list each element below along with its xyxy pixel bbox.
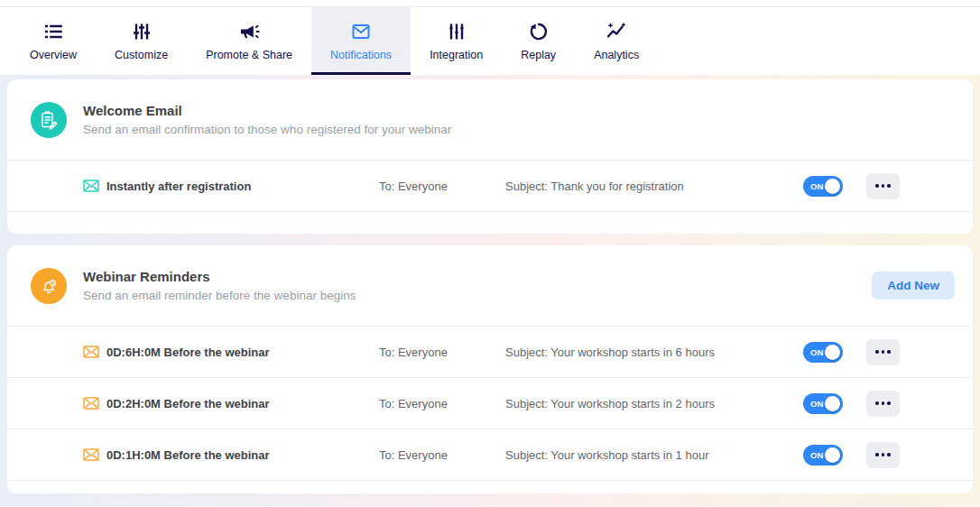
megaphone-icon: [238, 21, 260, 42]
tab-label: Promote & Share: [206, 49, 292, 61]
top-divider: [0, 0, 980, 7]
section-description: Send an email reminder before the webina…: [83, 289, 356, 302]
card-footer: [7, 480, 973, 493]
tab-analytics[interactable]: Analytics: [575, 7, 658, 75]
bell-clock-icon: [31, 268, 67, 304]
notification-row-welcome: Instantly after registration To: Everyon…: [7, 160, 973, 211]
section-title: Welcome Email: [83, 103, 451, 118]
tab-replay[interactable]: Replay: [502, 7, 575, 75]
webinar-reminders-heading: Webinar Reminders Send an email reminder…: [83, 269, 356, 302]
tab-overview[interactable]: Overview: [11, 7, 96, 75]
tune-icon: [446, 21, 467, 42]
toggle-knob: [825, 179, 840, 194]
row-menu-button[interactable]: [866, 391, 900, 417]
row-recipient: To: Everyone: [379, 346, 505, 359]
row-label: 0D:6H:0M Before the webinar: [106, 346, 379, 359]
welcome-email-header: Welcome Email Send an email confirmation…: [7, 79, 973, 160]
toggle-knob: [825, 447, 840, 463]
toggle-knob: [825, 345, 840, 360]
webinar-notifications-page: Overview Customize Promote & Share Notif…: [0, 0, 980, 507]
envelope-outline-icon: [83, 397, 106, 410]
row-menu-button[interactable]: [866, 442, 900, 468]
tab-label: Integration: [430, 49, 483, 61]
tab-promote-share[interactable]: Promote & Share: [187, 7, 311, 75]
toggle-switch[interactable]: ON: [803, 176, 843, 197]
analytics-icon: [606, 21, 627, 42]
welcome-email-section: Welcome Email Send an email confirmation…: [7, 79, 973, 234]
toggle-state-label: ON: [810, 399, 824, 409]
tab-label: Analytics: [594, 49, 639, 61]
tab-label: Overview: [30, 49, 77, 61]
section-title: Webinar Reminders: [83, 269, 356, 284]
envelope-outline-icon: [83, 346, 106, 358]
content-area: Welcome Email Send an email confirmation…: [0, 75, 980, 506]
webinar-reminders-header: Webinar Reminders Send an email reminder…: [7, 245, 973, 326]
row-recipient: To: Everyone: [379, 448, 505, 462]
toggle-state-label: ON: [810, 347, 824, 357]
toggle-switch[interactable]: ON: [803, 342, 843, 363]
tab-label: Replay: [521, 49, 556, 61]
tab-customize[interactable]: Customize: [96, 7, 187, 75]
row-label: 0D:1H:0M Before the webinar: [106, 448, 379, 462]
toggle-state-label: ON: [810, 181, 824, 191]
toggle-state-label: ON: [810, 450, 824, 460]
reminder-row-6h: 0D:6H:0M Before the webinar To: Everyone…: [7, 326, 973, 377]
row-menu-button[interactable]: [866, 173, 900, 199]
reminder-row-2h: 0D:2H:0M Before the webinar To: Everyone…: [7, 377, 973, 429]
sliders-icon: [131, 21, 153, 42]
tab-label: Notifications: [330, 49, 392, 61]
row-subject: Subject: Your workshop starts in 2 hours: [505, 397, 803, 410]
clipboard-pencil-icon: [31, 102, 67, 138]
toggle-switch[interactable]: ON: [803, 445, 843, 466]
envelope-outline-icon: [83, 180, 106, 192]
toggle-knob: [825, 396, 840, 411]
webinar-reminders-section: Webinar Reminders Send an email reminder…: [7, 245, 973, 493]
row-menu-button[interactable]: [866, 339, 900, 365]
welcome-email-heading: Welcome Email Send an email confirmation…: [83, 103, 451, 136]
tab-notifications[interactable]: Notifications: [311, 7, 411, 75]
add-new-button[interactable]: Add New: [872, 272, 955, 300]
tab-integration[interactable]: Integration: [411, 7, 502, 75]
tab-label: Customize: [115, 49, 168, 61]
card-footer: [7, 211, 973, 233]
envelope-outline-icon: [83, 448, 106, 461]
reminder-row-1h: 0D:1H:0M Before the webinar To: Everyone…: [7, 429, 973, 480]
row-subject: Subject: Thank you for registration: [505, 180, 803, 193]
tab-bar: Overview Customize Promote & Share Notif…: [0, 7, 980, 75]
row-recipient: To: Everyone: [379, 180, 505, 193]
row-label: 0D:2H:0M Before the webinar: [106, 397, 379, 410]
row-subject: Subject: Your workshop starts in 6 hours: [505, 346, 803, 359]
list-icon: [42, 21, 64, 42]
row-label: Instantly after registration: [106, 180, 379, 193]
replay-icon: [528, 21, 550, 42]
section-description: Send an email confirmation to those who …: [83, 123, 451, 136]
row-subject: Subject: Your workshop starts in 1 hour: [505, 448, 803, 462]
toggle-switch[interactable]: ON: [803, 393, 843, 414]
envelope-icon: [350, 21, 372, 42]
row-recipient: To: Everyone: [379, 397, 505, 410]
